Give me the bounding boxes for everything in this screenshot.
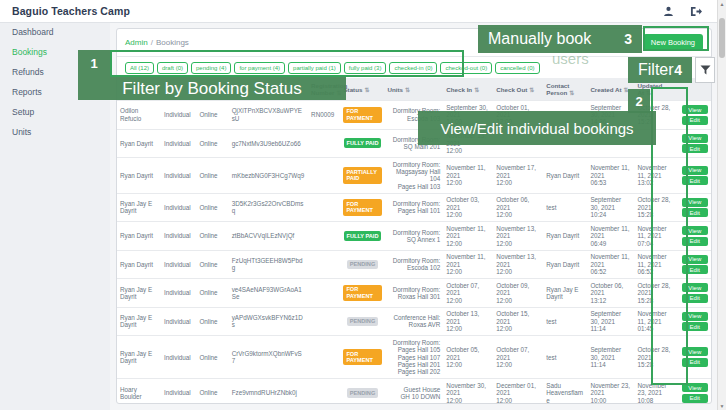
sort-icon[interactable]: ⇅ (529, 87, 534, 93)
scroll-down-arrow-icon[interactable]: ▼ (718, 403, 726, 409)
view-button[interactable]: View (682, 198, 708, 207)
column-header-label: Contact Person (546, 82, 569, 96)
sidebar-item-setup[interactable]: Setup (0, 102, 110, 122)
check-in-cell: November 11, 2021 12:00 (443, 250, 493, 279)
check-in-cell: October 07, 2021 12:00 (443, 279, 493, 308)
check-out-cell: October 06, 2021 12:00 (493, 193, 543, 222)
contact-person-cell: test (543, 307, 587, 336)
column-header-check-out[interactable]: Check Out⇅ (493, 78, 543, 101)
actions-cell: ViewEdit (679, 193, 711, 222)
updated-at-cell: October 28, 2021 15:28 (634, 336, 678, 379)
edit-button[interactable]: Edit (682, 116, 708, 125)
units-cell: Dormitory Room: Pages Hall 105 Pages Hal… (385, 336, 444, 379)
edit-button[interactable]: Edit (682, 144, 708, 153)
created-at-cell: November 11, 2021 06:52 (587, 250, 634, 279)
booking-id-cell: CrVrG9ktormXQbnWFvS7 (229, 336, 308, 379)
check-out-cell: November 13, 2021 12:00 (493, 250, 543, 279)
registration-number-cell (308, 129, 340, 158)
status-badge: FOR PAYMENT (343, 107, 381, 123)
edit-button[interactable]: Edit (682, 208, 708, 217)
view-button[interactable]: View (682, 255, 708, 264)
view-button[interactable]: View (682, 312, 708, 321)
sort-icon[interactable]: ⇅ (364, 87, 369, 93)
type-cell: Individual (161, 336, 196, 379)
status-cell: PENDING (340, 379, 384, 404)
status-cell: FULLY PAID (340, 222, 384, 251)
filter-pill-for-payment[interactable]: for payment (4) (234, 62, 285, 74)
filter-pill-checked-out[interactable]: checked-out (0) (440, 62, 492, 74)
units-cell: Dormitory Room: Pages Hall 101 (385, 193, 444, 222)
column-header-contact-person[interactable]: Contact Person⇅ (543, 78, 587, 101)
new-booking-button[interactable]: New Booking (643, 34, 703, 51)
edit-button[interactable]: Edit (682, 322, 708, 331)
filter-pill-fully-paid[interactable]: fully paid (3) (344, 62, 387, 74)
scrollbar-thumb[interactable] (719, 18, 725, 58)
breadcrumb-admin[interactable]: Admin (125, 38, 148, 47)
view-button[interactable]: View (682, 166, 708, 175)
contact-person-cell: Ryan Dayrit (543, 250, 587, 279)
sign-out-icon[interactable] (690, 6, 702, 17)
check-out-cell: November 17, 2021 12:00 (493, 158, 543, 194)
view-button[interactable]: View (682, 347, 708, 356)
created-at-cell: November 11, 2021 06:53 (587, 158, 634, 194)
updated-at-cell: November 11, 2021 13:02 (634, 158, 678, 194)
view-button[interactable]: View (682, 134, 708, 143)
created-at-cell: October 06, 2021 13:12 (587, 279, 634, 308)
sort-icon[interactable]: ⇅ (405, 87, 410, 93)
edit-button[interactable]: Edit (682, 294, 708, 303)
status-badge: FULLY PAID (344, 231, 382, 241)
view-button[interactable]: View (682, 383, 708, 392)
filter-pill-partially-paid[interactable]: partially paid (1) (288, 62, 341, 74)
filter-pill-checked-in[interactable]: checked-in (0) (389, 62, 437, 74)
edit-button[interactable]: Edit (682, 358, 708, 367)
channel-cell: Online (196, 307, 228, 336)
column-header-units[interactable]: Units⇅ (385, 78, 444, 101)
actions-cell: ViewEdit (679, 129, 711, 158)
edit-button[interactable]: Edit (682, 176, 708, 185)
column-header-label: Check Out (496, 86, 527, 93)
sort-icon[interactable]: ⇅ (569, 90, 574, 96)
sidebar-item-dashboard[interactable]: Dashboard (0, 22, 110, 42)
type-cell: Individual (161, 193, 196, 222)
booking-id-cell: 3D5K2r3Gs22OrvCBDmsq (229, 193, 308, 222)
registration-number-cell: RN0009 (308, 101, 340, 130)
status-badge: PARTIALLY PAID (343, 167, 381, 183)
filter-pill-draft[interactable]: draft (0) (157, 62, 188, 74)
type-cell: Individual (161, 250, 196, 279)
check-out-cell: October 07, 2021 12:00 (493, 336, 543, 379)
filter-pill-cancelled[interactable]: cancelled (0) (495, 62, 539, 74)
guest-cell: Odilon Refucio (117, 101, 161, 130)
registration-number-cell (308, 379, 340, 404)
status-cell: FOR PAYMENT (340, 101, 384, 130)
scroll-up-arrow-icon[interactable]: ▲ (718, 1, 726, 7)
funnel-icon (700, 61, 711, 79)
filter-pill-all[interactable]: All (12) (125, 62, 154, 74)
table-row: Ryan DayritIndividualOnlinemKbezbNG0F3HC… (117, 158, 711, 194)
type-cell: Individual (161, 101, 196, 130)
status-badge: FOR PAYMENT (343, 349, 381, 365)
channel-cell: Online (196, 193, 228, 222)
booking-id-cell: QjXiTPnXBCVX8uWPYEsU (229, 101, 308, 130)
filter-funnel-button[interactable] (695, 57, 715, 83)
type-cell: Individual (161, 129, 196, 158)
view-button[interactable]: View (682, 283, 708, 292)
sidebar-item-units[interactable]: Units (0, 122, 110, 142)
edit-button[interactable]: Edit (682, 265, 708, 274)
guest-cell: Ryan Jay E Dayrit (117, 193, 161, 222)
filter-pill-pending[interactable]: pending (4) (191, 62, 231, 74)
actions-cell: ViewEdit (679, 279, 711, 308)
check-out-cell: December 01, 2021 12:00 (493, 379, 543, 404)
edit-button[interactable]: Edit (682, 394, 708, 403)
column-header-check-in[interactable]: Check In⇅ (443, 78, 493, 101)
user-icon[interactable] (663, 6, 674, 17)
booking-id-cell: ztBbACVVqILEzNVjQf (229, 222, 308, 251)
contact-person-cell: Ryan Dayrit (543, 158, 587, 194)
vertical-scrollbar[interactable]: ▲ ▼ (717, 0, 726, 410)
view-button[interactable]: View (682, 226, 708, 235)
column-header-label: Status (343, 86, 362, 93)
table-row: Ryan Jay E DayritIndividualOnlineyAPdWGX… (117, 307, 711, 336)
edit-button[interactable]: Edit (682, 237, 708, 246)
units-cell: Dormitory Room: Escoda 102 (385, 250, 444, 279)
sort-icon[interactable]: ⇅ (474, 87, 479, 93)
view-button[interactable]: View (682, 105, 708, 114)
